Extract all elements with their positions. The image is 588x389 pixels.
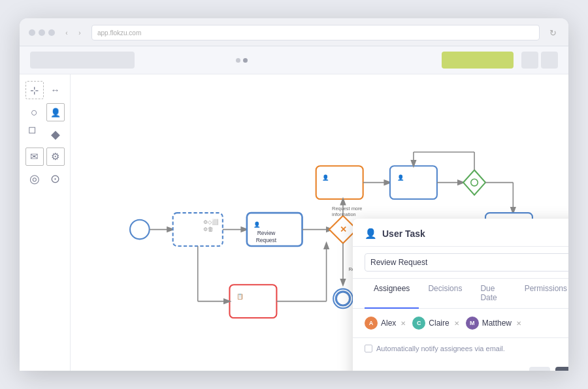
browser-nav: ‹ › [61,27,85,38]
sidebar-row-2: ○ 👤 [25,103,65,121]
panel-header-icon: 👤 [365,228,377,240]
nav-back[interactable]: ‹ [61,27,72,38]
tab-decisions[interactable]: Decisions [419,279,471,309]
blue-task-top [390,166,437,199]
bpmn-canvas[interactable]: ⚙◇⬜ ⚙🗑 👤 Review Request ✕ 👤 [71,74,568,371]
task-name-input[interactable] [365,253,568,272]
sidebar-row-3: ◇ ◆ [25,125,65,144]
notify-checkbox[interactable] [365,345,372,352]
circle-tool-icon[interactable]: ○ [25,103,44,121]
tab-due-date[interactable]: Due Date [471,279,515,309]
svg-point-30 [336,292,350,305]
save-button[interactable] [555,367,568,371]
assignee-claire: C Claire ✕ [412,317,459,330]
app-toolbar [20,46,568,74]
red-task [229,285,276,318]
avatar-alex: A [365,317,378,330]
resize-tool-icon[interactable]: ↔ [46,81,65,99]
svg-text:Request more: Request more [332,206,362,211]
nav-forward[interactable]: › [74,27,85,38]
svg-text:👤: 👤 [322,174,329,181]
assignee-name-claire: Claire [429,319,449,328]
toolbar-btn-2[interactable] [541,52,558,69]
assignee-matthew: M Matthew ✕ [466,317,521,330]
diamond-fill-icon[interactable]: ◆ [46,125,65,144]
browser-address-bar[interactable]: app.flokzu.com [91,25,540,40]
tools-sidebar: ⊹ ↔ ○ 👤 ◇ ◆ ✉ ⚙ ◎ ⊙ [20,74,71,371]
envelope-icon[interactable]: ✉ [25,148,44,166]
avatar-claire: C [412,317,425,330]
panel-footer [353,360,568,371]
green-gateway [463,170,485,195]
user-task-panel: 👤 User Task Assignees Decisions Due Date… [353,219,568,371]
assignee-alex: A Alex ✕ [365,317,406,330]
circle-outline-icon[interactable]: ◎ [25,170,44,188]
sidebar-row-5: ◎ ⊙ [25,170,65,188]
remove-matthew[interactable]: ✕ [516,320,521,327]
sidebar-row-1: ⊹ ↔ [25,81,65,99]
pagination-dot-1[interactable] [236,58,240,63]
app-body: ⊹ ↔ ○ 👤 ◇ ◆ ✉ ⚙ ◎ ⊙ [20,74,568,371]
panel-input-row [353,247,568,279]
assignee-name-alex: Alex [381,319,396,328]
browser-chrome: ‹ › app.flokzu.com ↻ [20,18,568,46]
dot-red [29,29,35,36]
toolbar-action-buttons [521,52,558,69]
svg-text:👤: 👤 [253,221,261,228]
notify-label: Automatically notify assignees via email… [376,345,505,352]
svg-text:Review: Review [257,230,276,236]
sidebar-row-4: ✉ ⚙ [25,148,65,166]
svg-text:Request: Request [256,237,277,243]
browser-dots [29,29,55,36]
svg-text:✕: ✕ [340,225,347,234]
task1-node [173,213,223,246]
assignee-name-matthew: Matthew [482,319,512,328]
pagination-dot-2[interactable] [243,58,248,63]
svg-text:information: information [332,211,356,217]
dot-yellow [39,29,45,36]
panel-checkbox-row: Automatically notify assignees via email… [353,338,568,360]
toolbar-green-button[interactable] [442,52,514,69]
toolbar-btn-1[interactable] [521,52,538,69]
dot-green [48,29,55,36]
select-tool-icon[interactable]: ⊹ [25,81,44,99]
panel-assignees: A Alex ✕ C Claire ✕ M Matthew ✕ [353,309,568,338]
cancel-button[interactable] [529,367,550,371]
address-text: app.flokzu.com [97,29,141,37]
tab-permissions[interactable]: Permissions [515,279,568,309]
avatar-matthew: M [466,317,479,330]
toolbar-pagination [236,58,248,63]
browser-window: ‹ › app.flokzu.com ↻ ⊹ ↔ ○ � [20,18,568,371]
diamond-outline-icon[interactable]: ◇ [22,121,48,148]
refresh-button[interactable]: ↻ [546,26,559,39]
svg-text:⚙◇⬜: ⚙◇⬜ [203,219,219,226]
svg-text:⚙🗑: ⚙🗑 [203,226,213,232]
gear-icon[interactable]: ⚙ [46,148,65,166]
svg-text:📋: 📋 [237,293,244,300]
orange-task [316,166,363,199]
user-task-tool-icon[interactable]: 👤 [46,103,65,121]
panel-header: 👤 User Task [353,219,568,247]
remove-alex[interactable]: ✕ [400,320,406,327]
svg-text:👤: 👤 [397,174,404,181]
circle-dot-icon[interactable]: ⊙ [46,170,65,188]
toolbar-search [30,52,135,69]
tab-assignees[interactable]: Assignees [365,279,419,309]
remove-claire[interactable]: ✕ [454,320,459,327]
panel-tabs: Assignees Decisions Due Date Permissions [353,279,568,309]
start-event [130,220,150,240]
panel-title: User Task [382,228,425,239]
